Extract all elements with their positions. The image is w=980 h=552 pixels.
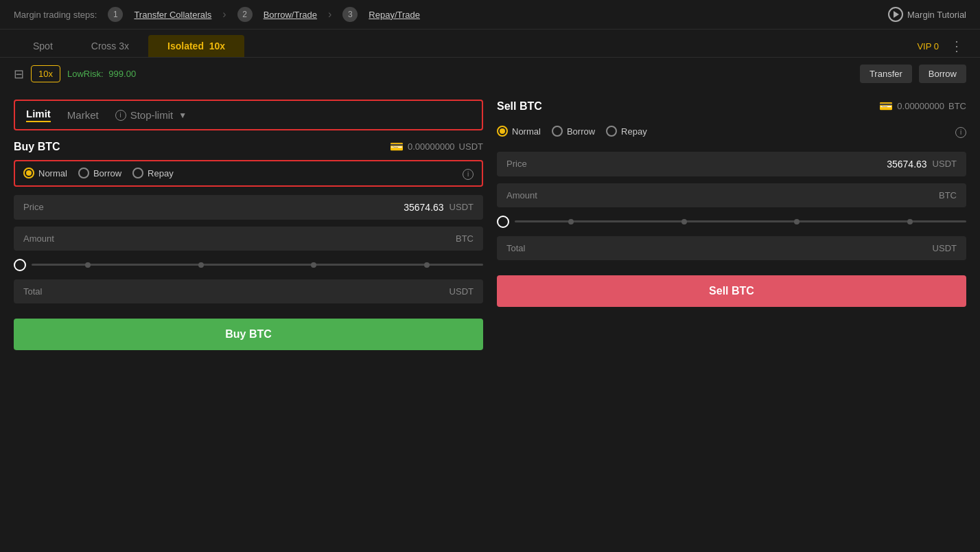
stop-limit-chevron-icon: ▼	[178, 111, 187, 120]
buy-slider-track[interactable]	[32, 264, 483, 266]
sell-repay-radio-circle	[606, 126, 617, 137]
sell-price-label: Price	[506, 159, 527, 169]
sell-total-field[interactable]: Total USDT	[497, 236, 966, 260]
more-menu-button[interactable]: ⋮	[947, 38, 966, 54]
stop-limit-tab[interactable]: i Stop-limit ▼	[115, 109, 187, 121]
buy-price-label: Price	[23, 202, 44, 212]
sell-amount-label: Amount	[506, 190, 537, 200]
sell-price-unit: USDT	[933, 159, 957, 169]
sell-panel: Sell BTC 💳 0.00000000 BTC Normal Borrow …	[497, 100, 966, 350]
buy-balance-row: Buy BTC 💳 0.00000000 USDT	[14, 140, 483, 153]
vip-badge[interactable]: VIP 0	[917, 41, 939, 51]
sell-total-label: Total	[506, 243, 525, 253]
margin-tutorial-button[interactable]: Margin Tutorial	[888, 7, 966, 22]
step3-link[interactable]: Repay/Trade	[369, 10, 420, 20]
buy-amount-label: Amount	[23, 233, 54, 244]
buy-title: Buy BTC	[14, 141, 60, 153]
low-risk-label: LowRisk: 999.00	[67, 69, 136, 79]
sell-price-value: 35674.63	[887, 159, 926, 170]
sell-slider-dot-3	[794, 219, 800, 225]
buy-balance-value: 0.00000000	[408, 141, 455, 152]
buy-repay-radio[interactable]: Repay	[132, 168, 174, 179]
sell-normal-radio[interactable]: Normal	[497, 126, 541, 137]
buy-info-icon: i	[463, 169, 474, 180]
toolbar-row: ⊟ 10x LowRisk: 999.00 Transfer Borrow	[0, 58, 980, 83]
sell-price-field[interactable]: Price 35674.63 USDT	[497, 152, 966, 176]
step2-number: 2	[237, 7, 253, 22]
buy-price-unit: USDT	[450, 202, 474, 212]
buy-borrow-radio-circle	[78, 168, 89, 179]
sell-slider-dot-1	[568, 219, 574, 225]
step1-number: 1	[108, 7, 123, 22]
buy-slider-handle[interactable]	[14, 259, 26, 271]
sell-amount-field[interactable]: Amount BTC	[497, 183, 966, 207]
buy-panel: Limit Market i Stop-limit ▼ Buy BTC 💳 0.…	[14, 100, 483, 350]
step1-arrow: ›	[222, 8, 226, 21]
buy-slider-dot-1	[85, 262, 91, 268]
sell-slider[interactable]	[497, 216, 966, 228]
buy-balance-info: 💳 0.00000000 USDT	[390, 140, 483, 153]
buy-total-unit: USDT	[450, 286, 474, 297]
sell-borrow-radio-circle	[552, 126, 563, 137]
sell-normal-radio-circle	[497, 126, 508, 137]
buy-slider[interactable]	[14, 259, 483, 271]
buy-amount-field[interactable]: Amount BTC	[14, 227, 483, 251]
sell-slider-track[interactable]	[515, 220, 966, 222]
buy-normal-radio-circle	[23, 168, 34, 179]
sell-borrow-radio[interactable]: Borrow	[552, 126, 595, 137]
calculator-icon[interactable]: ⊟	[14, 67, 24, 82]
tutorial-label: Margin Tutorial	[907, 10, 966, 20]
sell-slider-dot-4	[907, 219, 913, 225]
tab-cross[interactable]: Cross 3x	[72, 35, 148, 57]
buy-repay-radio-circle	[132, 168, 143, 179]
buy-button[interactable]: Buy BTC	[14, 319, 483, 350]
sell-balance-info: 💳 0.00000000 BTC	[879, 100, 966, 113]
wallet-icon-buy: 💳	[390, 140, 404, 153]
tab-isolated[interactable]: Isolated 10x	[148, 35, 244, 57]
step2-arrow: ›	[328, 8, 331, 21]
transfer-button[interactable]: Transfer	[860, 65, 912, 83]
step1-link[interactable]: Transfer Collaterals	[134, 10, 211, 20]
step3-number: 3	[342, 7, 358, 22]
sell-amount-unit: BTC	[939, 190, 957, 200]
sell-button[interactable]: Sell BTC	[497, 275, 966, 307]
sell-radio-row: Normal Borrow Repay i	[497, 119, 966, 143]
margin-steps-label: Margin trading steps:	[14, 10, 97, 20]
stop-limit-info-icon: i	[115, 110, 126, 121]
tab-bar: Spot Cross 3x Isolated 10x VIP 0 ⋮	[0, 30, 980, 58]
tab-spot[interactable]: Spot	[14, 35, 72, 57]
leverage-selector[interactable]: 10x	[31, 65, 60, 82]
buy-amount-unit: BTC	[456, 233, 474, 244]
sell-slider-dot-2	[681, 219, 687, 225]
sell-info-icon: i	[955, 127, 966, 138]
buy-normal-radio[interactable]: Normal	[23, 168, 67, 179]
top-nav: Margin trading steps: 1 Transfer Collate…	[0, 0, 980, 30]
buy-balance-unit: USDT	[459, 141, 483, 152]
buy-total-field[interactable]: Total USDT	[14, 279, 483, 303]
sell-repay-radio[interactable]: Repay	[606, 126, 647, 137]
buy-slider-dot-3	[311, 262, 316, 268]
buy-slider-dot-4	[424, 262, 430, 268]
market-tab[interactable]: Market	[67, 109, 99, 121]
trading-area: Limit Market i Stop-limit ▼ Buy BTC 💳 0.…	[0, 91, 980, 358]
limit-tab[interactable]: Limit	[26, 108, 51, 122]
sell-total-unit: USDT	[933, 243, 957, 253]
buy-order-info-button[interactable]: i	[463, 167, 474, 180]
play-icon	[888, 7, 903, 22]
buy-borrow-radio[interactable]: Borrow	[78, 168, 121, 179]
buy-price-value: 35674.63	[404, 202, 443, 213]
buy-slider-dot-2	[198, 262, 204, 268]
buy-price-field[interactable]: Price 35674.63 USDT	[14, 195, 483, 220]
sell-slider-handle[interactable]	[497, 216, 509, 228]
step2-link[interactable]: Borrow/Trade	[264, 10, 317, 20]
sell-balance-row: Sell BTC 💳 0.00000000 BTC	[497, 100, 966, 113]
low-risk-value: 999.00	[108, 69, 136, 79]
buy-total-label: Total	[23, 286, 42, 297]
sell-order-info-button[interactable]: i	[955, 125, 966, 138]
order-type-tabs-buy: Limit Market i Stop-limit ▼	[14, 100, 483, 130]
buy-radio-row: Normal Borrow Repay i	[14, 160, 483, 187]
sell-balance-unit: BTC	[948, 101, 966, 111]
wallet-icon-sell: 💳	[879, 100, 893, 113]
sell-title: Sell BTC	[497, 100, 542, 113]
borrow-button[interactable]: Borrow	[919, 65, 966, 83]
